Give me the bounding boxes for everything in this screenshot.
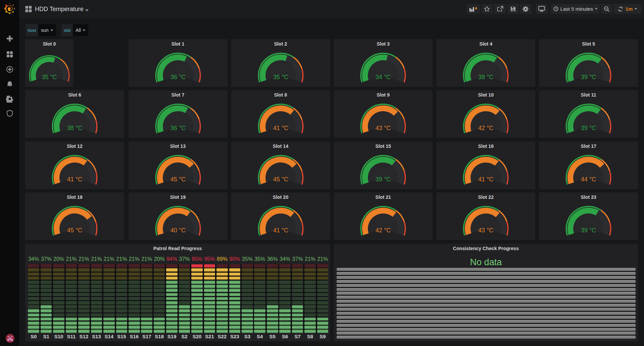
svg-text:42 °C: 42 °C	[376, 227, 391, 234]
svg-text:39 °C: 39 °C	[376, 176, 391, 182]
svg-text:34 °C: 34 °C	[376, 73, 391, 80]
svg-text:43 °C: 43 °C	[478, 227, 493, 234]
svg-text:35 °C: 35 °C	[42, 73, 57, 80]
svg-text:38 °C: 38 °C	[478, 73, 493, 80]
svg-text:40 °C: 40 °C	[170, 227, 185, 234]
svg-text:39 °C: 39 °C	[581, 73, 596, 80]
svg-text:41 °C: 41 °C	[273, 227, 288, 234]
svg-text:45 °C: 45 °C	[170, 176, 185, 182]
svg-text:44 °C: 44 °C	[581, 176, 596, 182]
svg-text:36 °C: 36 °C	[170, 73, 185, 80]
svg-text:43 °C: 43 °C	[376, 125, 391, 131]
svg-text:38 °C: 38 °C	[67, 125, 82, 131]
svg-text:41 °C: 41 °C	[67, 176, 82, 182]
svg-text:45 °C: 45 °C	[67, 227, 82, 234]
svg-text:41 °C: 41 °C	[273, 125, 288, 131]
svg-text:36 °C: 36 °C	[170, 125, 185, 131]
svg-text:39 °C: 39 °C	[581, 227, 596, 234]
svg-text:39 °C: 39 °C	[581, 125, 596, 131]
svg-text:41 °C: 41 °C	[478, 176, 493, 182]
svg-text:35 °C: 35 °C	[273, 73, 288, 80]
svg-text:45 °C: 45 °C	[273, 176, 288, 182]
svg-text:42 °C: 42 °C	[478, 125, 493, 131]
